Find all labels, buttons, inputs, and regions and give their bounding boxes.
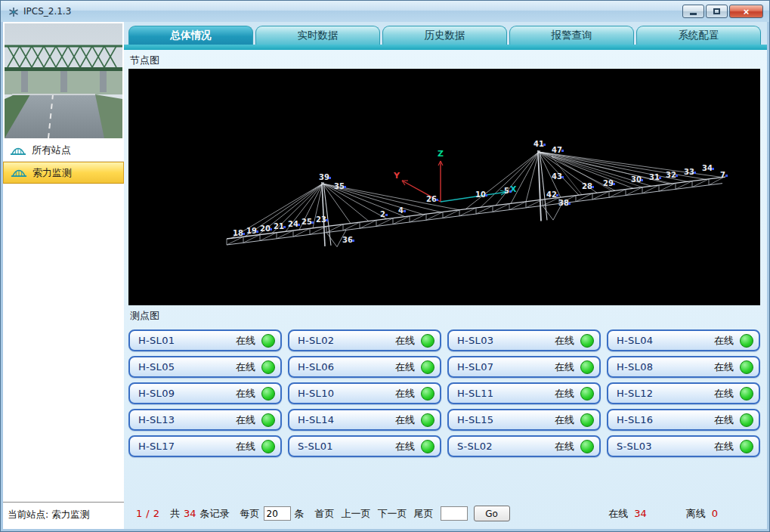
online-indicator-icon [421, 360, 434, 374]
bridge-model-panel: ZYX1819202124252336393524261054147434238… [128, 69, 760, 305]
station-button[interactable]: H-SL02在线 [288, 329, 441, 351]
close-icon: × [744, 6, 750, 17]
station-button[interactable]: H-SL07在线 [447, 356, 601, 378]
station-button[interactable]: S-SL03在线 [607, 435, 760, 457]
svg-text:38: 38 [558, 199, 569, 207]
per-page-input[interactable] [264, 506, 291, 521]
svg-text:7: 7 [720, 171, 725, 179]
svg-text:28: 28 [582, 182, 592, 190]
tab-bar: 总体情况实时数据历史数据报警查询系统配置 [128, 26, 761, 45]
online-indicator-icon [580, 334, 594, 348]
close-button[interactable]: × [729, 5, 763, 18]
station-status-label: 在线 [236, 360, 261, 374]
svg-text:31: 31 [649, 173, 660, 181]
station-button[interactable]: H-SL16在线 [607, 409, 760, 431]
online-indicator-icon [261, 440, 275, 453]
svg-text:47: 47 [552, 146, 562, 154]
maximize-icon [713, 8, 720, 14]
bridge-photo [5, 23, 122, 138]
station-button[interactable]: H-SL13在线 [128, 409, 282, 431]
pagination-bar: 1 / 2 共 34 条记录 每页 条 首页 上一页 [128, 506, 760, 529]
online-indicator-icon [261, 360, 275, 374]
online-indicator-icon [740, 413, 753, 427]
station-status-label: 在线 [555, 334, 580, 348]
svg-text:21: 21 [274, 222, 284, 230]
online-count: 34 [634, 508, 647, 519]
station-button[interactable]: H-SL17在线 [128, 435, 282, 457]
station-id: H-SL17 [138, 441, 175, 452]
station-status-label: 在线 [236, 413, 261, 427]
station-button[interactable]: S-SL01在线 [288, 435, 441, 457]
bridge-icon [10, 146, 26, 156]
station-status-label: 在线 [714, 387, 740, 401]
minimize-button[interactable] [682, 5, 704, 18]
station-status-label: 在线 [555, 387, 580, 401]
station-id: H-SL13 [138, 414, 175, 425]
tab-system-config[interactable]: 系统配置 [636, 26, 761, 45]
online-indicator-icon [421, 413, 434, 427]
first-page-link[interactable]: 首页 [315, 507, 335, 521]
maximize-button[interactable] [706, 5, 728, 18]
svg-text:2: 2 [380, 210, 385, 218]
main-panel: 总体情况实时数据历史数据报警查询系统配置 节点图 ZYX181920212425… [124, 22, 767, 529]
tab-overview[interactable]: 总体情况 [128, 26, 253, 45]
station-button[interactable]: H-SL04在线 [607, 329, 760, 351]
station-status-label: 在线 [714, 413, 740, 427]
station-button[interactable]: H-SL08在线 [607, 356, 760, 378]
goto-page-input[interactable] [441, 506, 468, 521]
bridge-icon [11, 168, 27, 178]
bridge-model-diagram: ZYX1819202124252336393524261054147434238… [128, 69, 760, 305]
titlebar: IPCS_2.1.3 × [1, 1, 769, 22]
online-indicator-icon [580, 440, 594, 453]
station-button[interactable]: H-SL11在线 [447, 382, 601, 404]
sidebar-item-all-stations[interactable]: 所有站点 [3, 140, 124, 162]
station-status-label: 在线 [236, 387, 261, 401]
online-summary-label: 在线 [608, 507, 628, 521]
station-button[interactable]: H-SL09在线 [128, 382, 282, 404]
station-button[interactable]: H-SL14在线 [288, 409, 441, 431]
online-indicator-icon [740, 387, 753, 401]
station-button[interactable]: H-SL10在线 [288, 382, 441, 404]
online-indicator-icon [261, 334, 275, 348]
offline-summary-label: 离线 [686, 507, 706, 521]
tab-alarm-query[interactable]: 报警查询 [509, 26, 634, 45]
per-page-suffix: 条 [295, 507, 305, 521]
offline-count: 0 [712, 508, 718, 519]
svg-text:32: 32 [666, 171, 676, 179]
station-id: H-SL03 [457, 335, 493, 346]
svg-text:20: 20 [260, 224, 271, 233]
minimize-icon [690, 13, 697, 15]
station-status-label: 在线 [236, 440, 261, 453]
per-page-prefix: 每页 [240, 507, 260, 521]
station-button[interactable]: H-SL05在线 [128, 356, 282, 378]
online-indicator-icon [421, 440, 434, 453]
tab-realtime-data[interactable]: 实时数据 [255, 26, 380, 45]
prev-page-link[interactable]: 上一页 [342, 507, 371, 521]
svg-text:24: 24 [288, 220, 298, 228]
station-id: H-SL06 [298, 361, 334, 373]
go-button[interactable]: Go [474, 506, 510, 521]
last-page-link[interactable]: 尾页 [414, 507, 434, 521]
station-status-label: 在线 [555, 413, 580, 427]
station-button[interactable]: H-SL01在线 [128, 329, 282, 351]
svg-text:X: X [510, 184, 517, 194]
svg-text:10: 10 [475, 190, 486, 199]
station-button[interactable]: S-SL02在线 [447, 435, 601, 457]
svg-text:4: 4 [398, 206, 404, 215]
station-button[interactable]: H-SL12在线 [607, 382, 760, 404]
tab-history-data[interactable]: 历史数据 [382, 26, 507, 45]
total-prefix: 共 [170, 507, 180, 521]
station-button[interactable]: H-SL06在线 [288, 356, 441, 378]
online-indicator-icon [421, 334, 434, 348]
station-status-label: 在线 [395, 387, 421, 401]
svg-text:Y: Y [393, 171, 400, 181]
station-id: H-SL11 [457, 388, 493, 399]
page-separator: / [146, 508, 149, 519]
total-records: 34 [184, 508, 196, 519]
station-button[interactable]: H-SL03在线 [447, 329, 601, 351]
next-page-link[interactable]: 下一页 [378, 507, 407, 521]
online-indicator-icon [740, 440, 753, 453]
point-grid-title: 测点图 [130, 309, 760, 323]
sidebar-item-cable-force-monitoring[interactable]: 索力监测 [3, 162, 124, 184]
station-button[interactable]: H-SL15在线 [447, 409, 601, 431]
